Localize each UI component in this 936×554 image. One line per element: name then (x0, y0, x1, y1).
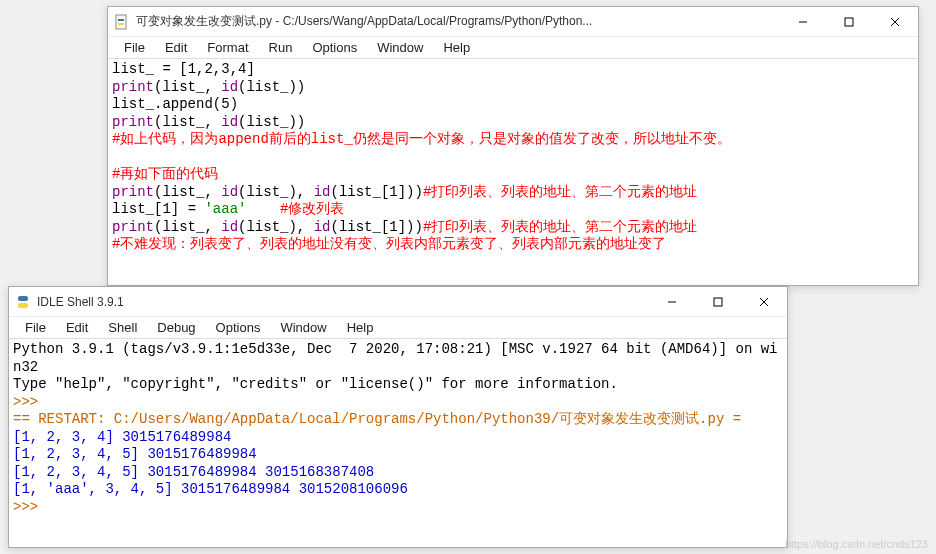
svg-rect-8 (18, 303, 28, 308)
menu-options[interactable]: Options (206, 318, 271, 337)
close-button[interactable] (741, 287, 787, 316)
editor-menubar: File Edit Format Run Options Window Help (108, 37, 918, 59)
shell-menubar: File Edit Shell Debug Options Window Hel… (9, 317, 787, 339)
editor-code-area[interactable]: list_ = [1,2,3,4] print(list_, id(list_)… (108, 59, 918, 256)
svg-rect-7 (18, 296, 28, 301)
minimize-button[interactable] (649, 287, 695, 316)
menu-debug[interactable]: Debug (147, 318, 205, 337)
svg-rect-2 (118, 23, 124, 25)
menu-options[interactable]: Options (302, 38, 367, 57)
menu-format[interactable]: Format (197, 38, 258, 57)
svg-rect-0 (116, 15, 126, 29)
svg-rect-10 (714, 298, 722, 306)
menu-help[interactable]: Help (337, 318, 384, 337)
shell-out-line: [1, 2, 3, 4, 5] 3015176489984 (13, 446, 257, 462)
maximize-button[interactable] (826, 7, 872, 36)
menu-file[interactable]: File (15, 318, 56, 337)
editor-title: 可变对象发生改变测试.py - C:/Users/Wang/AppData/Lo… (136, 13, 780, 30)
shell-window: IDLE Shell 3.9.1 File Edit Shell Debug O… (8, 286, 788, 548)
maximize-button[interactable] (695, 287, 741, 316)
editor-titlebar: 可变对象发生改变测试.py - C:/Users/Wang/AppData/Lo… (108, 7, 918, 37)
shell-out-line: [1, 2, 3, 4, 5] 3015176489984 3015168387… (13, 464, 374, 480)
watermark: https://blog.csdn.net/cnds123 (785, 538, 928, 550)
menu-window[interactable]: Window (367, 38, 433, 57)
shell-prompt: >>> (13, 394, 38, 410)
shell-help: Type "help", "copyright", "credits" or "… (13, 376, 618, 392)
menu-edit[interactable]: Edit (155, 38, 197, 57)
editor-window: 可变对象发生改变测试.py - C:/Users/Wang/AppData/Lo… (107, 6, 919, 286)
shell-banner: Python 3.9.1 (tags/v3.9.1:1e5d33e, Dec 7… (13, 341, 778, 375)
svg-rect-4 (845, 18, 853, 26)
shell-output-area[interactable]: Python 3.9.1 (tags/v3.9.1:1e5d33e, Dec 7… (9, 339, 787, 518)
menu-file[interactable]: File (114, 38, 155, 57)
svg-rect-1 (118, 19, 124, 21)
shell-prompt: >>> (13, 499, 38, 515)
menu-run[interactable]: Run (259, 38, 303, 57)
python-icon (15, 294, 31, 310)
editor-window-controls (780, 7, 918, 36)
close-button[interactable] (872, 7, 918, 36)
menu-edit[interactable]: Edit (56, 318, 98, 337)
shell-window-controls (649, 287, 787, 316)
shell-title: IDLE Shell 3.9.1 (37, 295, 649, 309)
shell-out-line: [1, 'aaa', 3, 4, 5] 3015176489984 301520… (13, 481, 408, 497)
shell-restart: == RESTART: C:/Users/Wang/AppData/Local/… (13, 411, 741, 427)
python-file-icon (114, 14, 130, 30)
menu-help[interactable]: Help (433, 38, 480, 57)
menu-window[interactable]: Window (270, 318, 336, 337)
menu-shell[interactable]: Shell (98, 318, 147, 337)
shell-out-line: [1, 2, 3, 4] 3015176489984 (13, 429, 231, 445)
shell-titlebar: IDLE Shell 3.9.1 (9, 287, 787, 317)
minimize-button[interactable] (780, 7, 826, 36)
